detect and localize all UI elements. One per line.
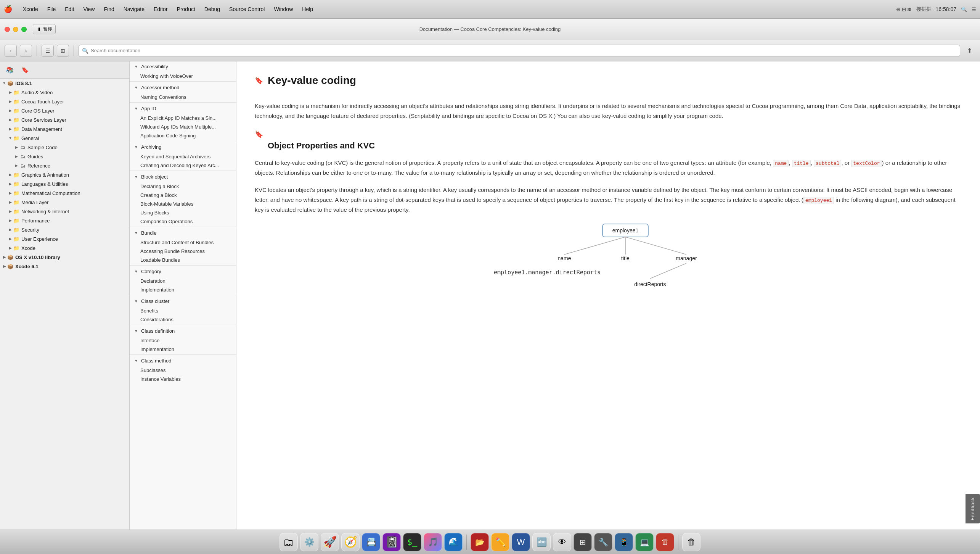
- tree-item-reference[interactable]: ▶ 🗂 Reference: [0, 161, 129, 170]
- dock-finder[interactable]: 🗂: [280, 533, 298, 551]
- toc-item-declaration[interactable]: Declaration: [130, 277, 236, 285]
- feedback-button[interactable]: Feedback: [966, 494, 980, 523]
- toc-item-naming-conventions[interactable]: Naming Conventions: [130, 93, 236, 101]
- dock-terminal[interactable]: $_: [403, 533, 421, 551]
- toc-item-implementation-category[interactable]: Implementation: [130, 285, 236, 294]
- toc-item-comparison-operations[interactable]: Comparison Operations: [130, 217, 236, 226]
- dock-sketch[interactable]: ✏️: [491, 533, 509, 551]
- apple-menu[interactable]: 🍎: [4, 5, 12, 13]
- menu-debug[interactable]: Debug: [200, 5, 225, 14]
- tree-item-graphics-animation[interactable]: ▶ 📁 Graphics & Animation: [0, 170, 129, 179]
- menu-view[interactable]: View: [79, 5, 99, 14]
- close-button[interactable]: [5, 27, 10, 32]
- tree-item-cocoa-touch[interactable]: ▶ 📁 Cocoa Touch Layer: [0, 97, 129, 106]
- tree-item-sample-code[interactable]: ▶ 🗂 Sample Code: [0, 143, 129, 152]
- toc-section-class-definition[interactable]: ▼ Class definition: [130, 326, 236, 336]
- tree-item-general[interactable]: ▼ 📁 General: [0, 134, 129, 143]
- tree-item-core-os[interactable]: ▶ 📁 Core OS Layer: [0, 106, 129, 115]
- toc-item-benefits[interactable]: Benefits: [130, 306, 236, 315]
- tree-item-ios81[interactable]: ▼ 📦 iOS 8.1: [0, 79, 129, 88]
- menu-file[interactable]: File: [43, 5, 61, 14]
- tree-item-audio-video[interactable]: ▶ 📁 Audio & Video: [0, 88, 129, 97]
- dock-preview[interactable]: 👁: [553, 533, 571, 551]
- minimize-button[interactable]: [13, 27, 18, 32]
- tree-item-performance[interactable]: ▶ 📁 Performance: [0, 216, 129, 225]
- toc-section-class-cluster[interactable]: ▼ Class cluster: [130, 296, 236, 306]
- dock-font-book[interactable]: 🔤: [532, 533, 551, 551]
- tree-item-xcode[interactable]: ▶ 📁 Xcode: [0, 243, 129, 253]
- menu-window[interactable]: Window: [269, 5, 297, 14]
- dock-app3[interactable]: 📱: [615, 533, 633, 551]
- toc-item-wildcard-app-id[interactable]: Wildcard App IDs Match Multiple...: [130, 122, 236, 131]
- toc-item-subclasses[interactable]: Subclasses: [130, 366, 236, 375]
- spotlight-icon[interactable]: 🔍: [961, 6, 967, 12]
- toc-item-instance-variables[interactable]: Instance Variables: [130, 375, 236, 383]
- tree-item-data-management[interactable]: ▶ 📁 Data Management: [0, 124, 129, 134]
- dock-flow[interactable]: 🌊: [444, 533, 463, 551]
- export-button[interactable]: ⬆: [963, 45, 975, 57]
- menu-help[interactable]: Help: [297, 5, 318, 14]
- menu-find[interactable]: Find: [99, 5, 119, 14]
- dock-launchpad[interactable]: 🚀: [321, 533, 339, 551]
- toc-item-voiceover[interactable]: Working with VoiceOver: [130, 72, 236, 81]
- bookmark-icon[interactable]: 🔖: [20, 64, 31, 75]
- section1-bookmark[interactable]: 🔖: [255, 129, 263, 140]
- toc-item-interface[interactable]: Interface: [130, 336, 236, 345]
- dock-trash[interactable]: 🗑: [682, 533, 700, 551]
- content-bookmark-button[interactable]: 🔖: [255, 75, 263, 86]
- dock-app1[interactable]: ⊞: [574, 533, 592, 551]
- toc-item-structure-bundles[interactable]: Structure and Content of Bundles: [130, 238, 236, 247]
- toc-section-app-id[interactable]: ▼ App ID: [130, 103, 236, 114]
- menu-editor[interactable]: Editor: [149, 5, 172, 14]
- tree-item-osx-library[interactable]: ▶ 📦 OS X v10.10 library: [0, 253, 129, 262]
- tree-item-xcode61[interactable]: ▶ 📦 Xcode 6.1: [0, 262, 129, 271]
- toc-item-explicit-app-id[interactable]: An Explicit App ID Matches a Sin...: [130, 114, 236, 122]
- dock-contacts[interactable]: 📇: [362, 533, 380, 551]
- menu-edit[interactable]: Edit: [60, 5, 79, 14]
- toc-section-bundle[interactable]: ▼ Bundle: [130, 228, 236, 238]
- toc-section-block-object[interactable]: ▼ Block object: [130, 172, 236, 182]
- toc-section-archiving[interactable]: ▼ Archiving: [130, 142, 236, 152]
- menu-product[interactable]: Product: [172, 5, 200, 14]
- toc-item-block-mutable-variables[interactable]: Block-Mutable Variables: [130, 200, 236, 208]
- toc-item-implementation-classdef[interactable]: Implementation: [130, 345, 236, 354]
- tree-item-languages-utilities[interactable]: ▶ 📁 Languages & Utilities: [0, 179, 129, 188]
- tree-item-user-experience[interactable]: ▶ 📁 User Experience: [0, 234, 129, 243]
- tree-item-media-layer[interactable]: ▶ 📁 Media Layer: [0, 198, 129, 207]
- forward-button[interactable]: ›: [20, 45, 32, 57]
- dock-system-preferences[interactable]: ⚙️: [300, 533, 318, 551]
- dock-app2[interactable]: 🔧: [594, 533, 612, 551]
- tree-item-guides[interactable]: ▶ 🗂 Guides: [0, 152, 129, 161]
- toc-section-accessibility[interactable]: ▼ Accessibility: [130, 61, 236, 72]
- dock-onenote[interactable]: 📓: [382, 533, 401, 551]
- notification-icon[interactable]: ☰: [972, 6, 976, 12]
- menu-xcode[interactable]: Xcode: [18, 5, 43, 14]
- tree-item-mathematical-computation[interactable]: ▶ 📁 Mathematical Computation: [0, 188, 129, 198]
- toc-section-class-method[interactable]: ▼ Class method: [130, 356, 236, 366]
- toc-item-using-blocks[interactable]: Using Blocks: [130, 208, 236, 217]
- back-button[interactable]: ‹: [5, 45, 17, 57]
- search-input[interactable]: [91, 48, 957, 53]
- toc-item-creating-decoding[interactable]: Creating and Decoding Keyed Arc...: [130, 161, 236, 170]
- dock-app4[interactable]: 💻: [635, 533, 654, 551]
- menu-navigate[interactable]: Navigate: [119, 5, 149, 14]
- dock-safari[interactable]: 🧭: [341, 533, 360, 551]
- dock-word[interactable]: W: [512, 533, 530, 551]
- tree-item-networking-internet[interactable]: ▶ 📁 Networking & Internet: [0, 207, 129, 216]
- dock-itunes[interactable]: 🎵: [424, 533, 442, 551]
- toc-item-declaring-block[interactable]: Declaring a Block: [130, 182, 236, 191]
- input-method[interactable]: 接拼拼: [916, 6, 931, 13]
- list-view-button[interactable]: ☰: [42, 45, 54, 57]
- maximize-button[interactable]: [21, 27, 27, 32]
- menu-source-control[interactable]: Source Control: [225, 5, 269, 14]
- toc-item-accessing-bundle-resources[interactable]: Accessing Bundle Resources: [130, 247, 236, 256]
- toc-item-creating-block[interactable]: Creating a Block: [130, 191, 236, 200]
- toc-item-app-code-signing[interactable]: Application Code Signing: [130, 131, 236, 140]
- toc-section-category[interactable]: ▼ Category: [130, 266, 236, 277]
- toc-item-keyed-sequential[interactable]: Keyed and Sequential Archivers: [130, 152, 236, 161]
- dock-filezilla[interactable]: 📂: [471, 533, 489, 551]
- tree-item-core-services[interactable]: ▶ 📁 Core Services Layer: [0, 115, 129, 124]
- toc-item-loadable-bundles[interactable]: Loadable Bundles: [130, 256, 236, 264]
- pause-button[interactable]: ⏸ 暂停: [33, 24, 56, 34]
- toc-item-considerations[interactable]: Considerations: [130, 315, 236, 324]
